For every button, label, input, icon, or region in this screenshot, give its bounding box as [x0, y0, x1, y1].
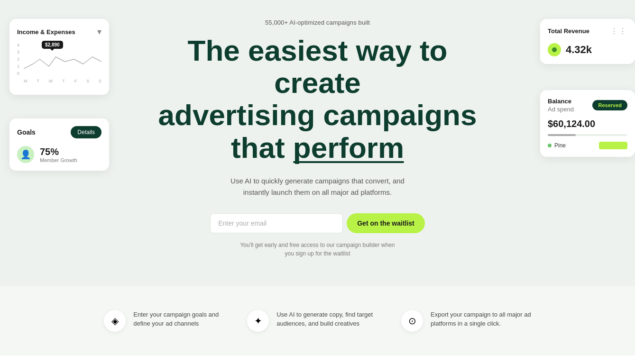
x-label: S [86, 79, 89, 83]
hero-note: You'll get early and free access to our … [240, 241, 395, 258]
hero-title: The easiest way to create advertising ca… [152, 35, 484, 164]
hero-desc-line2: instantly launch them on all major ad pl… [243, 188, 392, 196]
balance-tag-row: Pine [548, 142, 627, 149]
avatar: 👤 [17, 146, 34, 163]
goals-percent: 75% [40, 146, 77, 157]
balance-progress-fill [548, 134, 576, 136]
hero-title-line1: The easiest way to create [188, 34, 448, 99]
y-label: 2 [17, 57, 19, 62]
more-options-icon[interactable]: ⋮⋮ [610, 27, 627, 36]
campaign-goals-icon: ◈ [111, 315, 119, 327]
income-dropdown-icon[interactable]: ▾ [97, 27, 101, 37]
feature-text-3: Export your campaign to all major ad pla… [431, 310, 531, 328]
email-form: Get on the waitlist [210, 213, 425, 233]
x-label: T [62, 79, 65, 83]
chart-area [24, 43, 101, 76]
y-label: 1 [17, 64, 19, 69]
hero-desc-line1: Use AI to quickly generate campaigns tha… [230, 177, 405, 185]
revenue-dot-inner [552, 47, 557, 52]
email-input[interactable] [210, 213, 343, 233]
chart-y-labels: 4 3 2 1 0 [17, 43, 19, 76]
y-label: 0 [17, 71, 19, 76]
feature-item-2: ✦ Use AI to generate copy, find target a… [247, 310, 373, 332]
balance-progress-bar [548, 134, 627, 136]
balance-bar-indicator [599, 142, 627, 149]
chart-x-labels: M T W T F S S [24, 79, 101, 83]
x-label: W [49, 79, 53, 83]
revenue-amount: 4.32k [566, 44, 592, 56]
preview-section: CampaignBuilder Step 7 of 8 Back Next Up… [0, 355, 635, 364]
hero-section: Income & Expenses ▾ $2,890 4 3 2 1 0 M T… [0, 0, 635, 286]
hero-note-line2: you sign up for the waitlist [285, 250, 350, 257]
revenue-value-row: 4.32k [548, 43, 627, 56]
goals-content: 👤 75% Member Growth [17, 146, 101, 163]
balance-card-header: Balance Ad spend Reserved [548, 98, 627, 113]
total-revenue-card: Total Revenue ⋮⋮ 4.32k [540, 19, 635, 64]
hero-title-highlight: perform [293, 132, 404, 164]
ai-generate-icon: ✦ [254, 315, 262, 327]
export-icon: ⊙ [408, 315, 416, 327]
goals-card-title: Goals [17, 128, 36, 136]
balance-card-labels: Balance Ad spend [548, 98, 574, 113]
features-section: ◈ Enter your campaign goals and define y… [0, 286, 635, 355]
income-card-title: Income & Expenses [17, 28, 75, 36]
x-label: F [74, 79, 77, 83]
x-label: M [24, 79, 28, 83]
goals-label: Member Growth [40, 157, 77, 163]
waitlist-button[interactable]: Get on the waitlist [347, 213, 425, 233]
feature-item-1: ◈ Enter your campaign goals and define y… [104, 310, 219, 332]
feature-text-2: Use AI to generate copy, find target aud… [276, 310, 373, 328]
feature-icon-wrap-1: ◈ [104, 310, 126, 332]
person-icon: 👤 [20, 149, 31, 160]
income-card-header: Income & Expenses ▾ [17, 27, 101, 37]
balance-adspend-card: Balance Ad spend Reserved $60,124.00 Pin… [540, 90, 635, 157]
feature-icon-wrap-2: ✦ [247, 310, 269, 332]
goals-card: Goals Details 👤 75% Member Growth [9, 118, 109, 171]
feature-text-1: Enter your campaign goals and define you… [133, 310, 219, 328]
pine-label: Pine [554, 142, 566, 149]
adspend-label: Ad spend [548, 106, 574, 113]
y-label: 4 [17, 43, 19, 47]
balance-label: Balance [548, 98, 574, 105]
goals-card-header: Goals Details [17, 126, 101, 138]
income-expenses-card: Income & Expenses ▾ $2,890 4 3 2 1 0 M T… [9, 19, 109, 95]
revenue-card-header: Total Revenue ⋮⋮ [548, 27, 627, 36]
x-label: S [99, 79, 101, 83]
mini-chart: $2,890 4 3 2 1 0 M T W T F S S [17, 41, 101, 83]
revenue-card-title: Total Revenue [548, 27, 589, 35]
goals-stats: 75% Member Growth [40, 146, 77, 163]
feature-item-3: ⊙ Export your campaign to all major ad p… [401, 310, 531, 332]
details-button[interactable]: Details [71, 126, 101, 138]
hero-description: Use AI to quickly generate campaigns tha… [230, 175, 405, 198]
hero-note-line1: You'll get early and free access to our … [240, 242, 395, 248]
pine-dot [548, 144, 552, 147]
revenue-dot-indicator [548, 43, 561, 56]
reserved-badge: Reserved [592, 100, 627, 110]
y-label: 3 [17, 50, 19, 55]
feature-icon-wrap-3: ⊙ [401, 310, 423, 332]
x-label: T [37, 79, 39, 83]
balance-tag: Pine [548, 142, 566, 149]
balance-amount: $60,124.00 [548, 118, 627, 129]
hero-subtitle: 55,000+ AI-optimized campaigns built [265, 19, 370, 26]
